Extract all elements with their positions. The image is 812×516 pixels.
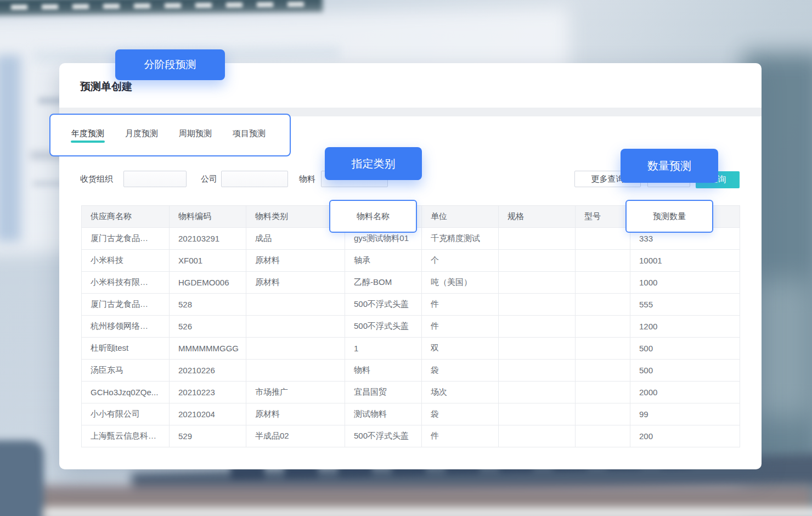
table-cell: 500: [630, 360, 740, 382]
table-cell: GCHo3Jzq0ZQe...: [82, 382, 170, 403]
table-cell: 原材料: [246, 403, 345, 425]
table-cell: [246, 360, 345, 382]
table-cell: 2000: [630, 382, 740, 403]
tab-monthly-forecast[interactable]: 月度预测: [125, 128, 158, 148]
table-cell: 528: [170, 294, 246, 316]
table-row[interactable]: 杭州移领网络…526500不浮式头盖件1200: [82, 316, 740, 338]
table-cell: [499, 338, 576, 360]
forecast-table-el: 供应商名称物料编码物料类别物料名称单位规格型号预测数量厦门古龙食品…202103…: [81, 205, 740, 447]
table-cell: [576, 228, 630, 250]
table-row[interactable]: 上海甄云信息科…529半成品02500不浮式头盖件200: [82, 425, 740, 447]
bg-bottom-light: [44, 507, 812, 516]
table-cell: 500不浮式头盖: [345, 316, 422, 338]
table-cell: [499, 382, 576, 403]
table-cell: 物料: [345, 360, 422, 382]
table-cell: 半成品02: [246, 425, 345, 447]
column-header-7[interactable]: 型号: [576, 206, 630, 228]
table-cell: [576, 338, 630, 360]
tab-project-forecast[interactable]: 项目预测: [233, 128, 266, 148]
forecast-qty-header-label: 预测数量: [653, 211, 686, 222]
table-cell: [576, 250, 630, 272]
table-cell: [576, 316, 630, 338]
material-name-header-label: 物料名称: [357, 211, 390, 222]
table-cell: 原材料: [246, 250, 345, 272]
table-cell: 吨（美国）: [422, 272, 499, 294]
table-cell: 市场推广: [246, 382, 345, 403]
table-cell: 件: [422, 294, 499, 316]
table-cell: [499, 425, 576, 447]
table-cell: 件: [422, 316, 499, 338]
table-cell: 测试物料: [345, 403, 422, 425]
callout-quantity-forecast: 数量预测: [621, 149, 718, 183]
screenshot-stage: 预测单创建 年度预测 月度预测 周期预测 项目预测 收货组织 公司 物料 更多查…: [0, 0, 812, 516]
table-row[interactable]: 厦门古龙食品…528500不浮式头盖件555: [82, 294, 740, 316]
table-cell: HGDEMO006: [170, 272, 246, 294]
tab-annual-forecast[interactable]: 年度预测: [71, 128, 104, 148]
table-cell: 20210223: [170, 382, 246, 403]
table-cell: [499, 360, 576, 382]
table-cell: 宜昌国贸: [345, 382, 422, 403]
table-cell: 场次: [422, 382, 499, 403]
table-cell: [499, 250, 576, 272]
callout-staged-forecast: 分阶段预测: [115, 49, 225, 80]
receiving-org-label: 收货组织: [80, 171, 113, 187]
callout-specify-category: 指定类别: [325, 147, 422, 180]
table-cell: 厦门古龙食品…: [82, 228, 170, 250]
table-cell: 杜昕颐test: [82, 338, 170, 360]
table-cell: 上海甄云信息科…: [82, 425, 170, 447]
table-cell: 1000: [630, 272, 740, 294]
table-cell: [499, 316, 576, 338]
table-row[interactable]: 小米科技有限…HGDEMO006原材料乙醇-BOM吨（美国）1000: [82, 272, 740, 294]
company-input[interactable]: [221, 171, 288, 187]
highlight-material-name-header: 物料名称: [329, 200, 417, 233]
table-row[interactable]: 小小有限公司20210204原材料测试物料袋99: [82, 403, 740, 425]
bg-left-object: [0, 440, 44, 516]
table-cell: 500: [630, 338, 740, 360]
column-header-2[interactable]: 物料编码: [170, 206, 246, 228]
table-row[interactable]: 小米科技XF001原材料轴承个10001: [82, 250, 740, 272]
table-cell: [576, 425, 630, 447]
table-cell: 202103291: [170, 228, 246, 250]
table-cell: [499, 403, 576, 425]
table-cell: 555: [630, 294, 740, 316]
table-cell: 千克精度测试: [422, 228, 499, 250]
table-cell: [246, 316, 345, 338]
table-cell: [576, 294, 630, 316]
company-label: 公司: [201, 171, 217, 187]
table-cell: 件: [422, 425, 499, 447]
column-header-5[interactable]: 单位: [422, 206, 499, 228]
table-cell: 500不浮式头盖: [345, 425, 422, 447]
table-cell: 个: [422, 250, 499, 272]
table-cell: 双: [422, 338, 499, 360]
column-header-1[interactable]: 供应商名称: [82, 206, 170, 228]
table-cell: 20210204: [170, 403, 246, 425]
table-cell: 20210226: [170, 360, 246, 382]
receiving-org-input[interactable]: [123, 171, 187, 187]
table-cell: 529: [170, 425, 246, 447]
highlight-forecast-qty-header: 预测数量: [625, 200, 713, 233]
forecast-tabs-frame: 年度预测 月度预测 周期预测 项目预测: [49, 114, 291, 156]
table-cell: 1: [345, 338, 422, 360]
table-cell: [576, 272, 630, 294]
table-cell: MMMMMMGGG: [170, 338, 246, 360]
table-cell: 10001: [630, 250, 740, 272]
table-cell: [499, 294, 576, 316]
table-row[interactable]: 杜昕颐testMMMMMMGGG1双500: [82, 338, 740, 360]
table-cell: 杭州移领网络…: [82, 316, 170, 338]
table-cell: 小米科技有限…: [82, 272, 170, 294]
column-header-6[interactable]: 规格: [499, 206, 576, 228]
table-cell: 小米科技: [82, 250, 170, 272]
table-cell: 1200: [630, 316, 740, 338]
table-cell: 小小有限公司: [82, 403, 170, 425]
table-cell: 500不浮式头盖: [345, 294, 422, 316]
table-cell: [246, 294, 345, 316]
table-cell: 厦门古龙食品…: [82, 294, 170, 316]
table-row[interactable]: 汤臣东马20210226物料袋500: [82, 360, 740, 382]
table-cell: [246, 338, 345, 360]
page-title: 预测单创建: [80, 80, 132, 94]
table-cell: 原材料: [246, 272, 345, 294]
tab-cycle-forecast[interactable]: 周期预测: [179, 128, 212, 148]
table-cell: 袋: [422, 403, 499, 425]
table-row[interactable]: GCHo3Jzq0ZQe...20210223市场推广宜昌国贸场次2000: [82, 382, 740, 403]
table-cell: XF001: [170, 250, 246, 272]
